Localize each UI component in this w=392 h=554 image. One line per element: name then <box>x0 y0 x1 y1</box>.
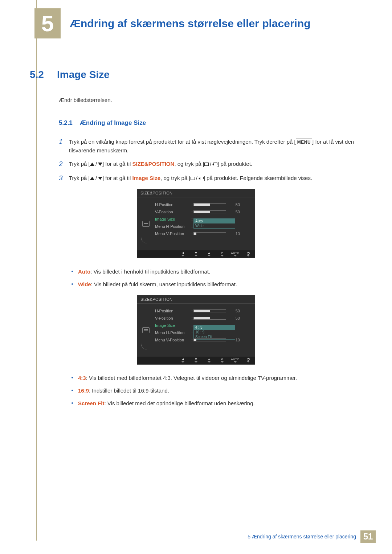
osd-slider <box>193 317 230 320</box>
dropdown-option: Wide <box>194 223 235 228</box>
bullet-dot-icon <box>72 377 73 378</box>
step2-text-a: Tryk på [ <box>69 161 90 167</box>
step-1: 1 Tryk på en vilkårlig knap forrest på p… <box>59 138 362 155</box>
bullet-item: Auto: Vis billedet i henhold til inputki… <box>72 267 362 276</box>
footer-text: 5 Ændring af skærmens størrelse eller pl… <box>248 534 356 539</box>
osd-colon: : <box>191 231 193 236</box>
step3-text-c: , og tryk på [ <box>160 175 191 181</box>
bullet-keyword: 4:3 <box>78 375 86 381</box>
bullet-dot-icon <box>72 283 73 285</box>
section-heading-row: 5.2 Image Size <box>30 69 362 81</box>
osd-arc-decor <box>141 228 151 243</box>
nav-power-icon <box>242 357 255 364</box>
bullet-text: : Indstiller billedet til 16:9-tilstand. <box>89 387 169 394</box>
osd-value: 50 <box>230 309 240 313</box>
bullet-keyword: Screen Fit <box>78 400 105 406</box>
bullet-dot-icon <box>72 271 73 272</box>
section-intro: Ændr billedstørrelsen. <box>59 97 362 103</box>
osd-label: Menu H-Position <box>155 331 191 335</box>
osd-colon: : <box>191 316 193 320</box>
osd-colon: : <box>191 309 193 313</box>
size-position-icon <box>142 221 150 227</box>
bullet-list-2: 4:3: Vis billedet med billedformatet 4:3… <box>72 374 362 408</box>
osd-colon: : <box>191 217 193 221</box>
page-content: 5.2 Image Size Ændr billedstørrelsen. 5.… <box>30 69 362 412</box>
dropdown-option-selected: 4 : 3 <box>194 325 235 330</box>
nav-power-icon <box>242 250 255 258</box>
bullet-body: Wide: Vis billedet på fuld skærm, uanset… <box>78 280 362 288</box>
step3-text-a: Tryk på [ <box>69 175 90 181</box>
step-number: 1 <box>59 138 69 147</box>
bullet-keyword: Wide <box>78 281 91 287</box>
up-down-icon: / <box>90 160 102 168</box>
osd-panel: SIZE&POSITION H-Position : 50 V-Position <box>137 189 255 258</box>
bullet-text: : Vis billedet med det oprindelige bille… <box>105 400 255 406</box>
bullet-body: 16:9: Indstiller billedet til 16:9-tilst… <box>78 386 362 395</box>
footer-page-number: 51 <box>360 530 376 543</box>
osd-colon: : <box>191 323 193 328</box>
osd-nav-bar: ◄ ▼ ▲ ↵ AUTO <box>137 250 255 258</box>
nav-enter-icon: ↵ <box>216 357 229 364</box>
osd-side <box>137 201 155 247</box>
osd-row-vpos: V-Position : 50 <box>155 208 251 216</box>
osd-colon: : <box>191 202 193 207</box>
osd-body: H-Position : 50 V-Position : 50 Image Si… <box>137 304 255 357</box>
osd-arc-decor <box>141 335 151 350</box>
step3-text-b: ] for at gå til <box>102 175 132 181</box>
osd-label: Menu V-Position <box>155 338 191 342</box>
osd-label: V-Position <box>155 316 191 320</box>
chapter-number-badge: 5 <box>34 8 61 38</box>
nav-down-icon: ▼ <box>189 250 203 258</box>
osd-colon: : <box>191 338 193 342</box>
step1-text-a: Tryk på en vilkårlig knap forrest på pro… <box>69 139 296 145</box>
page-footer: 5 Ændring af skærmens størrelse eller pl… <box>248 530 376 543</box>
step-body: Tryk på [/] for at gå til Image Size, og… <box>69 174 362 183</box>
step-number: 2 <box>59 160 69 169</box>
osd-label: H-Position <box>155 309 191 313</box>
step-body: Tryk på en vilkårlig knap forrest på pro… <box>69 138 362 155</box>
nav-back-icon: ◄ <box>176 357 189 364</box>
osd-title: SIZE&POSITION <box>137 295 255 304</box>
chapter-header: 5 Ændring af skærmens størrelse eller pl… <box>34 8 311 38</box>
step-number: 3 <box>59 174 69 183</box>
osd-label: V-Position <box>155 210 191 214</box>
osd-row-menuv: Menu V-Position : 10 <box>155 230 251 237</box>
bullet-body: Screen Fit: Vis billedet med det oprinde… <box>78 399 362 407</box>
step2-text-b: ] for at gå til <box>102 161 132 167</box>
up-down-icon: / <box>90 174 102 182</box>
nav-enter-icon: ↵ <box>216 250 229 258</box>
bullet-item: Screen Fit: Vis billedet med det oprinde… <box>72 399 362 407</box>
nav-back-icon: ◄ <box>176 250 189 258</box>
osd-slider <box>193 309 230 312</box>
nav-auto-label: AUTO <box>229 357 242 364</box>
osd-side <box>137 307 155 354</box>
step2-text-c: , og tryk på [ <box>174 161 204 167</box>
osd-label: Menu H-Position <box>155 224 191 229</box>
osd-value: 50 <box>230 316 240 320</box>
bullet-text: : Vis billedet i henhold til inputkilden… <box>90 268 210 275</box>
bullet-dot-icon <box>72 402 73 404</box>
size-position-icon <box>142 327 150 333</box>
osd-screenshot-2: SIZE&POSITION H-Position : 50 V-Position <box>30 295 362 365</box>
dropdown-option-selected: Auto <box>194 219 235 223</box>
bullet-keyword: 16:9 <box>78 387 89 394</box>
section-title: Image Size <box>57 69 110 81</box>
osd-screenshot-1: SIZE&POSITION H-Position : 50 V-Position <box>30 189 362 258</box>
osd-value: 10 <box>230 231 240 236</box>
bullet-item: 16:9: Indstiller billedet til 16:9-tilst… <box>72 386 362 395</box>
menu-button-label: MENU <box>296 139 312 146</box>
step-body: Tryk på [/] for at gå til SIZE&POSITION,… <box>69 160 362 169</box>
osd-row-hpos: H-Position : 50 <box>155 201 251 208</box>
nav-auto-label: AUTO <box>229 250 242 258</box>
nav-up-icon: ▲ <box>203 250 216 258</box>
osd-items: H-Position : 50 V-Position : 50 Image Si… <box>155 307 255 354</box>
osd-dropdown: 4 : 3 16 : 9 Screen Fit <box>193 325 235 340</box>
step-2: 2 Tryk på [/] for at gå til SIZE&POSITIO… <box>59 160 362 169</box>
step2-text-d: ] på produktet. <box>217 161 252 167</box>
osd-row-imagesize: Image Size : Auto Wide <box>155 216 251 223</box>
osd-items: H-Position : 50 V-Position : 50 Image Si… <box>155 201 255 247</box>
keyword-size-position: SIZE&POSITION <box>132 161 175 167</box>
subsection-heading-row: 5.2.1 Ændring af Image Size <box>59 119 362 127</box>
osd-body: H-Position : 50 V-Position : 50 Image Si… <box>137 197 255 250</box>
section-number: 5.2 <box>30 69 48 81</box>
